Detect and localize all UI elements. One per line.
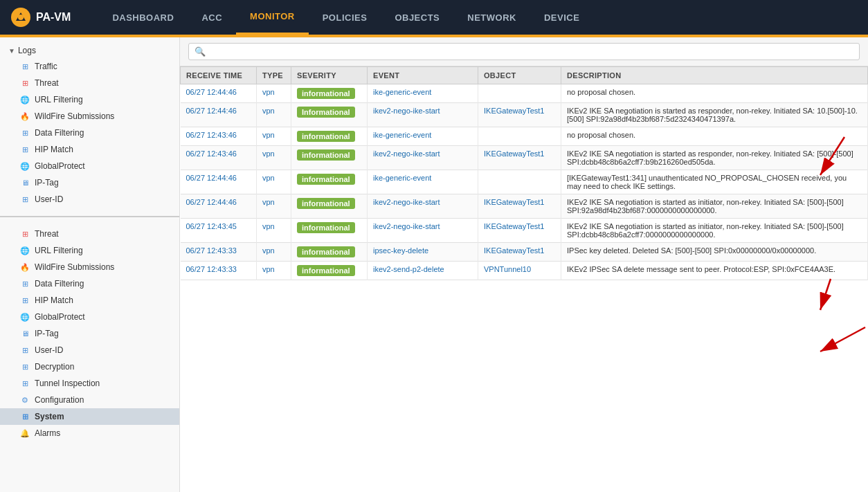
sidebar-item-label: Data Filtering (35, 279, 84, 289)
col-event: EVENT (368, 67, 478, 84)
cell-description: [IKEGatewayTest1:341] unauthenticated NO… (561, 170, 868, 194)
cell-object: IKEGatewayTest1 (478, 243, 561, 262)
nav-monitor[interactable]: MONITOR (236, 0, 309, 35)
sidebar-item-tunnel[interactable]: ⊞ Tunnel Inspection (0, 375, 179, 392)
sidebar-item-urlfiltering[interactable]: 🌐 URL Filtering (0, 91, 179, 108)
nav-device[interactable]: DEVICE (530, 0, 593, 35)
cell-time: 06/27 12:43:45 (181, 219, 257, 243)
chevron-down-icon: ▼ (8, 47, 15, 55)
sidebar-item-iptag[interactable]: 🖥 IP-Tag (0, 174, 179, 191)
table-row[interactable]: 06/27 12:43:33vpninformationalipsec-key-… (181, 243, 868, 262)
sidebar-item-label: Decryption (35, 362, 74, 372)
sidebar-item-threat[interactable]: ⊞ Threat (0, 75, 179, 91)
tunnel-icon: ⊞ (19, 378, 30, 389)
sidebar-item-traffic[interactable]: ⊞ Traffic (0, 58, 179, 75)
cell-description: IKEv2 IKE SA negotiation is started as r… (561, 103, 868, 127)
sidebar-item-system[interactable]: ⊞ System (0, 408, 179, 425)
severity-badge: informational (297, 222, 355, 233)
sidebar-item-alarms[interactable]: 🔔 Alarms (0, 425, 179, 441)
sidebar-logs-label: Logs (18, 46, 36, 55)
cell-time: 06/27 12:44:46 (181, 84, 257, 103)
sidebar-item-label: User-ID (35, 345, 63, 355)
sidebar-item-label: Configuration (35, 395, 84, 405)
sidebar-item-label: Tunnel Inspection (35, 379, 100, 388)
sidebar-item-urlfiltering2[interactable]: 🌐 URL Filtering (0, 242, 179, 259)
table-row[interactable]: 06/27 12:44:46vpninformationalike-generi… (181, 84, 868, 103)
cell-type: vpn (257, 103, 291, 127)
cell-event: ike-generic-event (368, 127, 478, 146)
sidebar-divider (0, 216, 179, 217)
sidebar-item-decryption[interactable]: ⊞ Decryption (0, 358, 179, 375)
sidebar-item-userid[interactable]: ⊞ User-ID (0, 191, 179, 208)
logo-area: PA-VM (11, 8, 71, 27)
traffic-icon: ⊞ (19, 61, 30, 72)
cell-severity: informational (291, 243, 368, 262)
cell-description: IPSec key deleted. Deleted SA: [500]- [5… (561, 243, 868, 262)
sidebar-item-datafiltering[interactable]: ⊞ Data Filtering (0, 125, 179, 141)
cell-type: vpn (257, 219, 291, 243)
table-row[interactable]: 06/27 12:43:46vpninformationalike-generi… (181, 127, 868, 146)
search-input-wrapper[interactable]: 🔍 (188, 43, 860, 60)
logo-icon (11, 8, 30, 27)
table-row[interactable]: 06/27 12:44:46vpnInformationalikev2-nego… (181, 103, 868, 127)
sidebar-item-configuration[interactable]: ⚙ Configuration (0, 392, 179, 408)
sidebar-item-label: IP-Tag (35, 178, 59, 188)
col-description: DESCRIPTION (561, 67, 868, 84)
cell-object (478, 170, 561, 194)
table-row[interactable]: 06/27 12:43:46vpninformationalikev2-nego… (181, 146, 868, 170)
sidebar-item-label: IP-Tag (35, 329, 59, 338)
severity-badge: Informational (297, 107, 355, 118)
nav-objects[interactable]: OBJECTS (381, 0, 453, 35)
sidebar-item-hipmatch2[interactable]: ⊞ HIP Match (0, 292, 179, 309)
table-row[interactable]: 06/27 12:44:46vpninformationalike-generi… (181, 170, 868, 194)
cell-object: VPNTunnel10 (478, 262, 561, 280)
severity-badge: informational (297, 131, 355, 142)
globalprotect-icon: 🌐 (19, 161, 30, 172)
sidebar-item-hipmatch[interactable]: ⊞ HIP Match (0, 141, 179, 158)
hip-icon: ⊞ (19, 144, 30, 155)
table-row[interactable]: 06/27 12:44:46vpninformationalikev2-nego… (181, 194, 868, 219)
sidebar-section-2: ⊞ Threat 🌐 URL Filtering 🔥 WildFire Subm… (0, 220, 179, 447)
cell-time: 06/27 12:43:33 (181, 243, 257, 262)
urlfilter-icon: 🌐 (19, 94, 30, 105)
cell-object (478, 84, 561, 103)
cell-description: IKEv2 IKE SA negotiation is started as r… (561, 146, 868, 170)
log-table: RECEIVE TIME TYPE SEVERITY EVENT OBJECT … (180, 66, 868, 280)
severity-badge: informational (297, 174, 355, 185)
cell-severity: informational (291, 219, 368, 243)
cell-severity: informational (291, 194, 368, 219)
sidebar-item-iptag2[interactable]: 🖥 IP-Tag (0, 325, 179, 342)
cell-description: IKEv2 IPSec SA delete message sent to pe… (561, 262, 868, 280)
nav-acc[interactable]: ACC (188, 0, 236, 35)
cell-severity: informational (291, 262, 368, 280)
sidebar-item-globalprotect2[interactable]: 🌐 GlobalProtect (0, 309, 179, 325)
cell-event: ipsec-key-delete (368, 243, 478, 262)
nav-dashboard[interactable]: DASHBOARD (98, 0, 188, 35)
nav-network[interactable]: NETWORK (453, 0, 530, 35)
sidebar-item-wildfire[interactable]: 🔥 WildFire Submissions (0, 108, 179, 125)
cell-description: no proposal chosen. (561, 84, 868, 103)
threat-icon: ⊞ (19, 78, 30, 89)
cell-description: IKEv2 IKE SA negotiation is started as i… (561, 194, 868, 219)
col-object: OBJECT (478, 67, 561, 84)
nav-policies[interactable]: POLICIES (309, 0, 381, 35)
cell-time: 06/27 12:44:46 (181, 170, 257, 194)
sidebar-item-label: Alarms (35, 428, 60, 438)
search-input[interactable] (210, 47, 853, 57)
table-row[interactable]: 06/27 12:43:33vpninformationalikev2-send… (181, 262, 868, 280)
wildfire2-icon: 🔥 (19, 262, 30, 273)
sidebar-item-datafiltering2[interactable]: ⊞ Data Filtering (0, 275, 179, 292)
sidebar-item-wildfire2[interactable]: 🔥 WildFire Submissions (0, 259, 179, 275)
sidebar-item-label: Threat (35, 229, 59, 239)
sidebar: ▼ Logs ⊞ Traffic ⊞ Threat 🌐 URL Filterin… (0, 37, 180, 492)
sidebar-item-label: Data Filtering (35, 128, 84, 138)
sidebar-item-threat2[interactable]: ⊞ Threat (0, 226, 179, 242)
sidebar-item-label: HIP Match (35, 295, 73, 305)
sidebar-item-globalprotect[interactable]: 🌐 GlobalProtect (0, 158, 179, 174)
sidebar-item-userid2[interactable]: ⊞ User-ID (0, 342, 179, 358)
sidebar-logs-header[interactable]: ▼ Logs (0, 43, 179, 58)
sidebar-item-label: System (35, 412, 64, 421)
threat2-icon: ⊞ (19, 228, 30, 239)
table-row[interactable]: 06/27 12:43:45vpninformationalikev2-nego… (181, 219, 868, 243)
col-type: TYPE (257, 67, 291, 84)
